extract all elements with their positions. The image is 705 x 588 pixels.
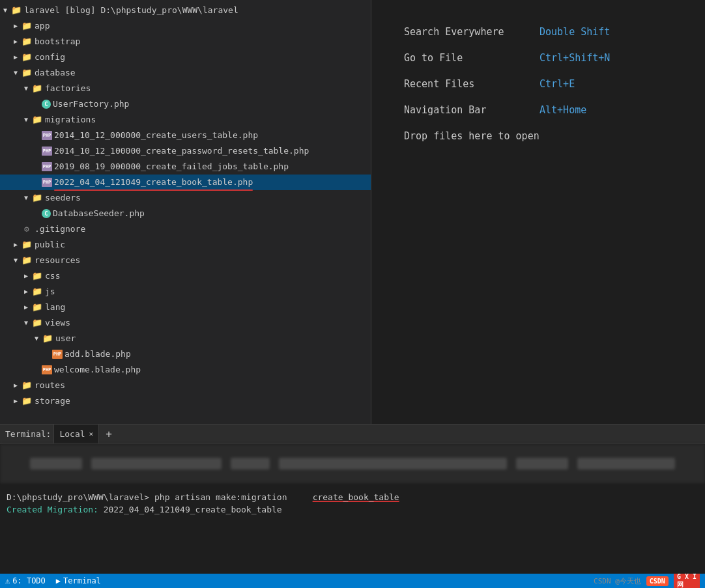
terminal-close-button[interactable]: ×: [89, 430, 94, 438]
folder-icon: 📁: [31, 270, 43, 283]
tree-item-migrations[interactable]: ▼ 📁 migrations: [0, 112, 371, 128]
terminal-tab-local[interactable]: Local ×: [53, 425, 99, 443]
tree-item-migration2[interactable]: ▶ PHP 2014_10_12_100000_create_password_…: [0, 143, 371, 159]
tree-item-lang[interactable]: ▶ 📁 lang: [0, 300, 371, 315]
php-icon: PHP: [42, 162, 52, 171]
status-todo[interactable]: ⚠ 6: TODO: [5, 576, 46, 585]
folder-icon: 📁: [31, 82, 43, 95]
tree-item-storage[interactable]: ▶ 📁 storage: [0, 393, 371, 409]
tree-item-public[interactable]: ▶ 📁 public: [0, 237, 371, 253]
folder-icon: 📁: [21, 254, 33, 267]
item-label: user: [55, 332, 76, 345]
welcome-action-3: Recent Files: [404, 78, 534, 90]
tree-root[interactable]: ▼ 📁 laravel [blog] D:\phpstudy_pro\WWW\l…: [0, 3, 371, 18]
welcome-action-2: Go to File: [404, 52, 534, 64]
folder-icon: 📁: [21, 51, 33, 64]
item-label: 2022_04_04_121049_create_book_table.php: [54, 176, 253, 189]
gxi-logo: G X I网: [674, 572, 700, 588]
item-label: routes: [35, 379, 65, 392]
tree-item-config[interactable]: ▶ 📁 config: [0, 49, 371, 65]
item-label: UserFactory.php: [53, 98, 129, 111]
root-folder-icon: 📁: [10, 4, 22, 17]
tree-item-js[interactable]: ▶ 📁 js: [0, 284, 371, 300]
tree-item-user[interactable]: ▼ 📁 user: [0, 331, 371, 346]
folder-icon: 📁: [21, 395, 33, 408]
welcome-row-4: Navigation Bar Alt+Home: [404, 104, 610, 116]
selected-file-label: 2022_04_04_121049_create_book_table.php: [54, 177, 253, 187]
welcome-shortcut-2: Ctrl+Shift+N: [540, 52, 610, 64]
gitignore-icon: ⚙: [21, 223, 33, 236]
tree-item-seeders[interactable]: ▼ 📁 seeders: [0, 190, 371, 206]
result-path: 2022_04_04_121049_create_book_table: [104, 505, 282, 514]
tree-item-add-blade[interactable]: ▶ PHP add.blade.php: [0, 346, 371, 362]
arrow: ▼: [21, 191, 31, 204]
item-label: welcome.blade.php: [54, 363, 141, 376]
welcome-action-5: Drop files here to open: [404, 130, 540, 142]
terminal-icon: ▶: [56, 576, 61, 585]
tree-item-css[interactable]: ▶ 📁 css: [0, 268, 371, 284]
terminal-cmd-argument: create_book_table: [313, 492, 399, 502]
arrow: ▼: [10, 66, 21, 79]
terminal-tab-name: Local: [59, 429, 85, 439]
item-label: views: [45, 316, 70, 329]
tree-item-migration4[interactable]: ▶ PHP 2022_04_04_121049_create_book_tabl…: [0, 175, 371, 190]
editor-area: Search Everywhere Double Shift Go to Fil…: [371, 0, 705, 424]
terminal-result-line: Created Migration: 2022_04_04_121049_cre…: [7, 505, 698, 514]
tree-item-gitignore[interactable]: ▶ ⚙ .gitignore: [0, 221, 371, 237]
terminal-content[interactable]: D:\phpstudy_pro\WWW\laravel> php artisan…: [0, 483, 705, 574]
welcome-action-1: Search Everywhere: [404, 26, 534, 38]
arrow: ▼: [31, 332, 42, 345]
tree-item-migration1[interactable]: ▶ PHP 2014_10_12_000000_create_users_tab…: [0, 128, 371, 143]
arrow: ▶: [10, 238, 21, 251]
status-terminal-label: Terminal: [63, 576, 101, 585]
tree-item-migration3[interactable]: ▶ PHP 2019_08_19_000000_create_failed_jo…: [0, 159, 371, 175]
folder-icon: 📁: [21, 20, 33, 33]
blur-bar-4: [279, 458, 507, 469]
folder-icon: 📁: [21, 379, 33, 392]
terminal-prompt: D:\phpstudy_pro\WWW\laravel>: [7, 492, 149, 502]
status-terminal[interactable]: ▶ Terminal: [56, 576, 101, 585]
item-label: DatabaseSeeder.php: [53, 207, 145, 220]
watermark-area: CSDN @今天也 CSDN G X I网: [594, 572, 700, 588]
tree-item-views[interactable]: ▼ 📁 views: [0, 315, 371, 331]
tree-item-databaseseeder[interactable]: ▶ C DatabaseSeeder.php: [0, 206, 371, 221]
item-label: 2014_10_12_100000_create_password_resets…: [54, 145, 309, 158]
welcome-shortcut-1: Double Shift: [540, 26, 610, 38]
item-label: public: [35, 238, 65, 251]
folder-icon: 📁: [42, 332, 53, 345]
item-label: factories: [45, 82, 91, 95]
php-icon: PHP: [42, 178, 52, 187]
arrow: ▶: [10, 35, 21, 48]
c-icon: C: [42, 209, 51, 218]
welcome-shortcut-4: Alt+Home: [540, 104, 586, 116]
file-tree: ▼ 📁 laravel [blog] D:\phpstudy_pro\WWW\l…: [0, 0, 371, 424]
item-label: 2019_08_19_000000_create_failed_jobs_tab…: [54, 160, 289, 173]
tree-item-resources[interactable]: ▼ 📁 resources: [0, 253, 371, 268]
tree-item-userfactory[interactable]: ▶ C UserFactory.php: [0, 96, 371, 112]
terminal-tabs: Terminal: Local × +: [0, 425, 705, 444]
welcome-panel: Search Everywhere Double Shift Go to Fil…: [404, 26, 610, 156]
welcome-row-2: Go to File Ctrl+Shift+N: [404, 52, 610, 64]
item-label: config: [35, 51, 65, 64]
terminal-add-button[interactable]: +: [103, 428, 115, 440]
terminal-label: Terminal:: [5, 429, 51, 439]
status-bar: ⚠ 6: TODO ▶ Terminal CSDN @今天也 CSDN G X …: [0, 574, 705, 588]
tree-item-welcome-blade[interactable]: ▶ PHP welcome.blade.php: [0, 362, 371, 378]
arrow: ▼: [21, 316, 31, 329]
tree-item-database[interactable]: ▼ 📁 database: [0, 65, 371, 81]
blur-bar-1: [30, 458, 82, 469]
arrow: ▶: [21, 270, 31, 283]
todo-icon: ⚠: [5, 576, 10, 585]
arrow: ▼: [10, 254, 21, 267]
status-todo-label: 6: TODO: [12, 576, 46, 585]
blur-bar-5: [516, 458, 568, 469]
root-arrow: ▼: [0, 4, 10, 17]
tree-item-bootstrap[interactable]: ▶ 📁 bootstrap: [0, 34, 371, 49]
arrow: ▼: [21, 82, 31, 95]
tree-item-routes[interactable]: ▶ 📁 routes: [0, 378, 371, 393]
blur-bar-2: [91, 458, 222, 469]
tree-item-app[interactable]: ▶ 📁 app: [0, 18, 371, 34]
php-icon: PHP: [42, 147, 52, 156]
welcome-row-1: Search Everywhere Double Shift: [404, 26, 610, 38]
tree-item-factories[interactable]: ▼ 📁 factories: [0, 81, 371, 96]
